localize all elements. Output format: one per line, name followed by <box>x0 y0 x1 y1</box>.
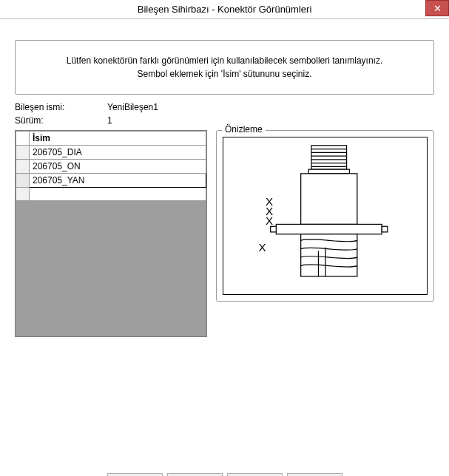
svg-rect-10 <box>270 226 276 232</box>
table-row[interactable]: 206705_ON <box>16 160 206 174</box>
cell-name[interactable]: 206705_YAN <box>30 174 206 188</box>
svg-text:X: X <box>266 214 273 227</box>
svg-rect-9 <box>276 224 382 234</box>
version-label: Sürüm: <box>15 115 107 126</box>
back-button[interactable]: < Geri <box>107 473 163 476</box>
svg-rect-11 <box>382 226 388 232</box>
connector-side-view-icon: X X X X <box>237 142 414 290</box>
instruction-line-1: Lütfen konektörün farklı görünümleri içi… <box>30 54 419 67</box>
table-row-selected[interactable]: 206705_YAN <box>16 174 206 188</box>
preview-image: X X X X <box>223 137 428 295</box>
component-name-label: Bileşen ismi: <box>15 102 107 112</box>
grid-corner <box>16 132 30 146</box>
row-header[interactable] <box>16 160 30 174</box>
window-title: Bileşen Sihirbazı - Konektör Görünümleri <box>0 4 449 15</box>
row-header[interactable] <box>16 146 30 160</box>
wizard-button-bar: < Geri İleri > Son İptal <box>0 473 449 476</box>
instructions-panel: Lütfen konektörün farklı görünümleri içi… <box>15 40 434 95</box>
row-header[interactable] <box>16 188 30 201</box>
instruction-line-2: Sembol eklemek için 'İsim' sütununu seçi… <box>30 67 419 81</box>
table-row[interactable] <box>16 188 206 201</box>
svg-rect-8 <box>300 174 357 225</box>
cell-name[interactable] <box>30 188 206 201</box>
symbols-grid[interactable]: İsim 206705_DIA 206705_ON 206705_YAN <box>15 130 207 337</box>
finish-button[interactable]: Son <box>227 473 283 476</box>
grid-header-name[interactable]: İsim <box>30 132 206 146</box>
table-row[interactable]: 206705_DIA <box>16 146 206 160</box>
svg-text:X: X <box>258 241 266 254</box>
version-value: 1 <box>107 115 112 126</box>
cell-name[interactable]: 206705_ON <box>30 160 206 174</box>
cell-name[interactable]: 206705_DIA <box>30 146 206 160</box>
close-button[interactable]: ✕ <box>425 0 449 16</box>
preview-title: Önizleme <box>222 124 266 135</box>
cancel-button[interactable]: İptal <box>287 473 342 476</box>
next-button[interactable]: İleri > <box>167 473 223 476</box>
svg-rect-7 <box>308 169 349 174</box>
component-name-value: YeniBileşen1 <box>107 102 158 112</box>
preview-panel: X X X X <box>216 130 434 302</box>
close-icon: ✕ <box>433 3 442 14</box>
row-header[interactable] <box>16 174 30 188</box>
